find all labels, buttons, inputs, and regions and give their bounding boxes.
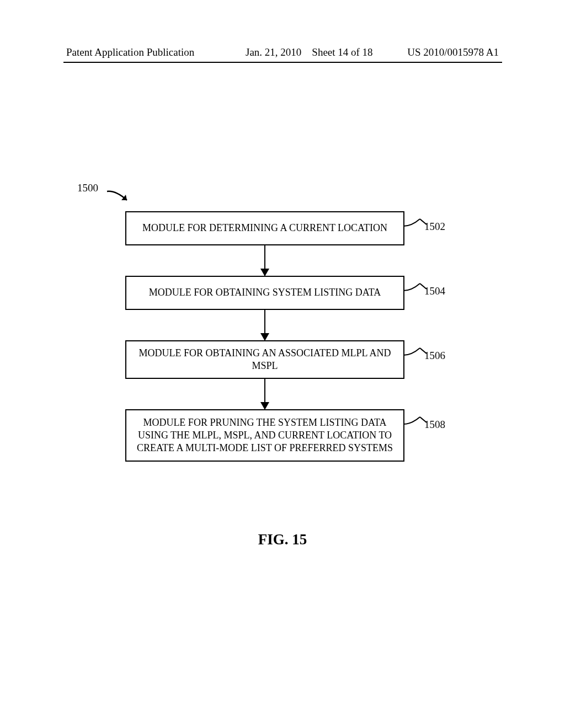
arrow-down-icon	[264, 245, 266, 276]
figure-caption: FIG. 15	[0, 531, 565, 548]
header-middle: Jan. 21, 2010 Sheet 14 of 18	[246, 46, 373, 58]
page: Patent Application Publication Jan. 21, …	[0, 0, 565, 728]
module-box-1506: MODULE FOR OBTAINING AN ASSOCIATED MLPL …	[125, 340, 404, 379]
header-left: Patent Application Publication	[66, 46, 194, 58]
arrow-down-icon	[264, 310, 266, 340]
header-sheet: Sheet 14 of 18	[312, 46, 372, 58]
box-label: 1504	[424, 285, 445, 298]
diagram-reference: 1500	[77, 182, 132, 204]
module-box-text: MODULE FOR OBTAINING SYSTEM LISTING DATA	[149, 286, 381, 299]
flowchart: MODULE FOR DETERMINING A CURRENT LOCATIO…	[110, 211, 419, 462]
module-box-1502: MODULE FOR DETERMINING A CURRENT LOCATIO…	[125, 211, 404, 245]
header-right: US 2010/0015978 A1	[407, 46, 499, 58]
header-rule	[63, 62, 502, 63]
diagram-reference-number: 1500	[77, 182, 98, 194]
module-box-1508: MODULE FOR PRUNING THE SYSTEM LISTING DA…	[125, 409, 404, 462]
svg-marker-0	[121, 195, 127, 200]
arrow-down-icon	[264, 379, 266, 409]
box-label: 1502	[424, 220, 445, 233]
module-box-text: MODULE FOR PRUNING THE SYSTEM LISTING DA…	[131, 416, 399, 454]
module-box-text: MODULE FOR DETERMINING A CURRENT LOCATIO…	[142, 222, 387, 234]
module-box-text: MODULE FOR OBTAINING AN ASSOCIATED MLPL …	[131, 347, 399, 372]
box-label: 1508	[424, 418, 445, 431]
header-date: Jan. 21, 2010	[246, 46, 301, 58]
module-box-1504: MODULE FOR OBTAINING SYSTEM LISTING DATA…	[125, 276, 404, 310]
box-label: 1506	[424, 349, 445, 362]
curved-arrow-icon	[105, 185, 136, 207]
